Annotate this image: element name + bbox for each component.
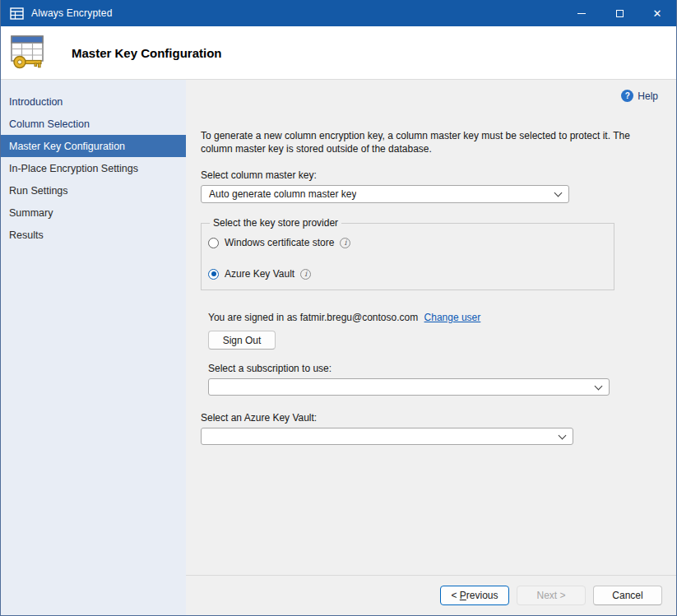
vault-combobox[interactable] — [201, 428, 573, 445]
wizard-header: Master Key Configuration — [1, 26, 676, 80]
sidebar-item-master-key-configuration[interactable]: Master Key Configuration — [1, 135, 186, 157]
previous-button[interactable]: < Previous — [440, 586, 509, 605]
azure-key-vault-label: Azure Key Vault — [225, 268, 294, 280]
previous-label-rest: revious — [466, 590, 498, 601]
window-controls: ✕ — [563, 0, 676, 26]
info-icon[interactable]: i — [300, 269, 311, 280]
help-label: Help — [638, 90, 658, 102]
cancel-button[interactable]: Cancel — [593, 586, 662, 605]
help-button[interactable]: ? Help — [621, 90, 658, 102]
window-title: Always Encrypted — [31, 7, 113, 19]
close-button[interactable]: ✕ — [638, 0, 676, 26]
sidebar-item-column-selection[interactable]: Column Selection — [1, 113, 186, 135]
previous-label-accel: P — [460, 590, 466, 601]
radio-unselected-icon — [208, 238, 219, 248]
previous-label-prefix: < — [451, 590, 459, 601]
close-icon: ✕ — [653, 7, 662, 20]
subscription-label: Select a subscription to use: — [208, 363, 661, 374]
content-panel: ? Help To generate a new column encrypti… — [186, 80, 676, 575]
always-encrypted-window: Always Encrypted ✕ — [0, 0, 677, 616]
table-key-icon — [9, 34, 49, 72]
next-button[interactable]: Next > — [517, 586, 586, 605]
wizard-body: Introduction Column Selection Master Key… — [1, 80, 676, 615]
help-icon: ? — [621, 90, 633, 102]
app-icon — [10, 7, 24, 20]
radio-azure-key-vault[interactable]: Azure Key Vault i — [208, 268, 605, 280]
info-icon[interactable]: i — [340, 238, 350, 248]
maximize-icon — [616, 10, 624, 17]
radio-windows-certificate-store[interactable]: Windows certificate store i — [208, 237, 605, 248]
maximize-button[interactable] — [600, 0, 638, 26]
sign-out-button[interactable]: Sign Out — [208, 331, 276, 350]
sidebar-item-introduction[interactable]: Introduction — [1, 90, 186, 113]
sidebar-item-in-place-encryption-settings[interactable]: In-Place Encryption Settings — [1, 157, 186, 179]
master-key-value: Auto generate column master key — [209, 188, 356, 200]
chevron-down-icon — [554, 189, 563, 197]
master-key-label: Select column master key: — [201, 169, 661, 181]
main-panel: ? Help To generate a new column encrypti… — [186, 80, 676, 615]
signed-in-row: You are signed in as fatmir.bregu@contos… — [208, 312, 661, 323]
key-store-provider-label: Select the key store provider — [210, 217, 341, 229]
windows-certificate-store-label: Windows certificate store — [225, 237, 334, 248]
signed-in-text: You are signed in as fatmir.bregu@contos… — [208, 312, 418, 323]
subscription-combobox[interactable] — [208, 378, 610, 396]
page-title: Master Key Configuration — [72, 46, 222, 60]
sidebar-item-results[interactable]: Results — [1, 224, 186, 246]
vault-label: Select an Azure Key Vault: — [201, 412, 661, 424]
sidebar-item-run-settings[interactable]: Run Settings — [1, 179, 186, 201]
change-user-link[interactable]: Change user — [424, 312, 481, 323]
key-store-provider-groupbox: Select the key store provider Windows ce… — [201, 223, 614, 290]
chevron-down-icon — [595, 382, 603, 390]
chevron-down-icon — [559, 431, 567, 439]
master-key-combobox[interactable]: Auto generate column master key — [201, 185, 569, 203]
minimize-button[interactable] — [563, 0, 600, 26]
radio-selected-icon — [208, 269, 219, 280]
intro-text: To generate a new column encryption key,… — [201, 129, 658, 155]
wizard-steps-sidebar: Introduction Column Selection Master Key… — [1, 80, 186, 615]
sidebar-item-summary[interactable]: Summary — [1, 201, 186, 224]
minimize-icon — [577, 13, 586, 14]
footer-bar: < Previous Next > Cancel — [186, 575, 676, 615]
window-titlebar: Always Encrypted ✕ — [1, 0, 676, 26]
